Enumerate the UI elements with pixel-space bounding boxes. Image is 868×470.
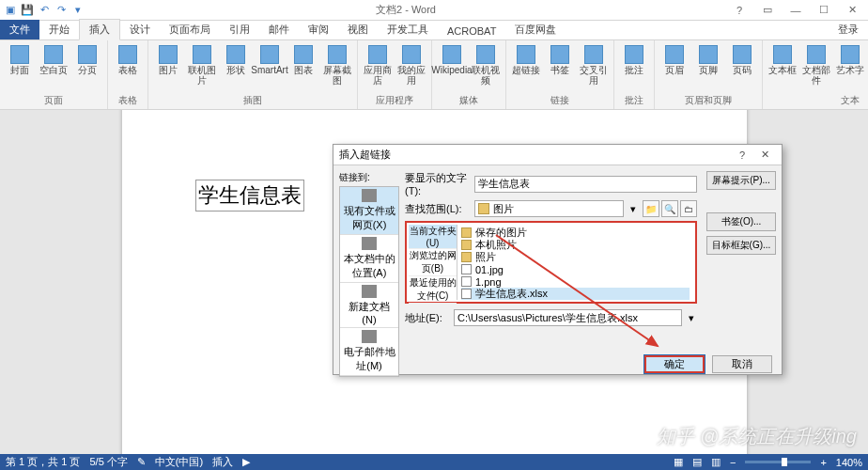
status-words[interactable]: 5/5 个字 (89, 455, 127, 469)
ribbon-item[interactable]: 页脚 (692, 42, 724, 93)
link-to-place[interactable]: 本文档中的位置(A) (340, 235, 398, 283)
ribbon-item[interactable]: 分页 (71, 42, 103, 93)
zoom-in-icon[interactable]: + (820, 457, 826, 468)
ribbon-icon (442, 45, 461, 64)
ribbon-label: 图片 (159, 65, 178, 75)
status-macro-icon[interactable]: ▶ (242, 456, 250, 468)
bookmark-button[interactable]: 书签(O)... (706, 212, 776, 231)
ribbon-item[interactable]: Wikipedia (436, 42, 468, 93)
file-item[interactable]: 01.jpg (461, 263, 690, 275)
statusbar: 第 1 页，共 1 页 5/5 个字 ✎ 中文(中国) 插入 ▶ ▦ ▤ ▥ −… (0, 454, 868, 470)
lookin-combo[interactable]: 图片 (474, 200, 624, 217)
tab-developer[interactable]: 开发工具 (378, 20, 438, 39)
target-frame-button[interactable]: 目标框架(G)... (706, 236, 776, 255)
ribbon-item[interactable]: 超链接 (510, 42, 542, 93)
ribbon-item[interactable]: 艺术字 (834, 42, 866, 93)
up-folder-icon[interactable]: 📁 (643, 200, 659, 217)
tab-home[interactable]: 开始 (39, 20, 79, 39)
view-read-icon[interactable]: ▦ (674, 456, 683, 468)
ribbon-item[interactable]: 应用商店 (362, 42, 394, 93)
tab-design[interactable]: 设计 (120, 20, 160, 39)
zoom-slider[interactable] (745, 461, 811, 463)
browse-current-folder[interactable]: 当前文件夹(U) (409, 225, 457, 249)
browse-browsed-pages[interactable]: 浏览过的网页(B) (409, 249, 457, 276)
tab-review[interactable]: 审阅 (299, 20, 338, 39)
qat-more-icon[interactable]: ▾ (71, 4, 85, 17)
maximize-icon[interactable]: ☐ (814, 4, 834, 16)
ribbon-label: 分页 (78, 65, 97, 75)
login-link[interactable]: 登录 (829, 20, 868, 39)
ribbon-item[interactable]: 书签 (544, 42, 576, 93)
ribbon-icon (368, 45, 387, 64)
zoom-level[interactable]: 140% (836, 457, 862, 468)
tab-view[interactable]: 视图 (338, 20, 378, 39)
view-web-icon[interactable]: ▥ (711, 456, 721, 468)
lookin-dropdown-icon[interactable]: ▾ (628, 203, 639, 215)
tab-baidu[interactable]: 百度网盘 (505, 20, 566, 39)
tab-insert[interactable]: 插入 (79, 19, 120, 40)
ribbon-item[interactable]: 交叉引用 (578, 42, 610, 93)
file-icon (461, 289, 472, 299)
help-icon[interactable]: ? (729, 5, 750, 16)
display-text-input[interactable] (474, 176, 697, 193)
status-proofing-icon[interactable]: ✎ (137, 456, 146, 468)
close-icon[interactable]: ✕ (842, 4, 862, 16)
tab-acrobat[interactable]: ACROBAT (438, 23, 505, 39)
ribbon-item[interactable]: 空白页 (38, 42, 70, 93)
browse-recent-files[interactable]: 最近使用的文件(C) (409, 276, 457, 304)
cancel-button[interactable]: 取消 (712, 355, 772, 373)
ribbon-label: 联机图片 (187, 65, 217, 86)
group-label: 插图 (152, 93, 353, 107)
tab-file[interactable]: 文件 (0, 20, 39, 39)
browse-web-icon[interactable]: 🔍 (661, 200, 678, 217)
status-page[interactable]: 第 1 页，共 1 页 (6, 455, 80, 469)
status-mode[interactable]: 插入 (212, 455, 233, 469)
tab-layout[interactable]: 页面布局 (160, 20, 220, 39)
ribbon-item[interactable]: 屏幕截图 (321, 42, 353, 93)
address-dropdown-icon[interactable]: ▾ (686, 312, 697, 324)
ribbon-item[interactable]: 表格 (112, 42, 144, 93)
ribbon-item[interactable]: 批注 (618, 42, 650, 93)
ribbon-label: 超链接 (512, 65, 540, 75)
ribbon-icon (10, 45, 29, 64)
undo-icon[interactable]: ↶ (38, 4, 51, 17)
address-input[interactable]: C:\Users\asus\Pictures\学生信息表.xlsx (454, 309, 682, 326)
link-to-newdoc[interactable]: 新建文档(N) (340, 283, 398, 328)
redo-icon[interactable]: ↷ (54, 4, 68, 17)
ribbon-options-icon[interactable]: ▭ (757, 4, 778, 16)
ribbon-item[interactable]: 封面 (4, 42, 36, 93)
ribbon-item[interactable]: 形状 (220, 42, 252, 93)
file-list[interactable]: 保存的图片本机照片照片01.jpg1.png学生信息表.xlsx (457, 225, 693, 300)
ribbon-item[interactable]: 图片 (152, 42, 184, 93)
folder-icon (461, 240, 472, 250)
ribbon-item[interactable]: 联机视频 (470, 42, 502, 93)
browse-file-icon[interactable]: 🗀 (680, 200, 697, 217)
folder-icon (461, 227, 472, 238)
ribbon-item[interactable]: 文档部件 (800, 42, 832, 93)
file-item[interactable]: 学生信息表.xlsx (461, 288, 690, 300)
ribbon-item[interactable]: 页眉 (659, 42, 690, 93)
ok-button[interactable]: 确定 (644, 355, 705, 373)
screentip-button[interactable]: 屏幕提示(P)... (706, 171, 776, 190)
tab-references[interactable]: 引用 (220, 20, 259, 39)
view-print-icon[interactable]: ▤ (692, 456, 702, 468)
ribbon-item[interactable]: 文本框 (767, 42, 798, 93)
dialog-help-icon[interactable]: ? (731, 149, 753, 161)
link-to-email[interactable]: 电子邮件地址(M) (340, 328, 398, 376)
file-item[interactable]: 照片 (461, 251, 690, 263)
ribbon-item[interactable]: 页码 (726, 42, 758, 93)
minimize-icon[interactable]: — (785, 5, 806, 16)
tab-mailings[interactable]: 邮件 (259, 20, 299, 39)
save-icon[interactable]: 💾 (21, 4, 34, 17)
ribbon-item[interactable]: 图表 (287, 42, 319, 93)
link-to-file[interactable]: 现有文件或网页(X) (340, 187, 398, 235)
ribbon-item[interactable]: 联机图片 (186, 42, 218, 93)
dialog-close-icon[interactable]: ✕ (753, 149, 776, 161)
ribbon-label: 我的应用 (396, 65, 426, 86)
ribbon-item[interactable]: 我的应用 (395, 42, 427, 93)
selected-text[interactable]: 学生信息表 (195, 180, 304, 212)
status-lang[interactable]: 中文(中国) (155, 455, 203, 469)
link-to-label: 链接到: (339, 171, 399, 186)
zoom-out-icon[interactable]: − (730, 457, 736, 468)
ribbon-item[interactable]: SmartArt (254, 42, 286, 93)
